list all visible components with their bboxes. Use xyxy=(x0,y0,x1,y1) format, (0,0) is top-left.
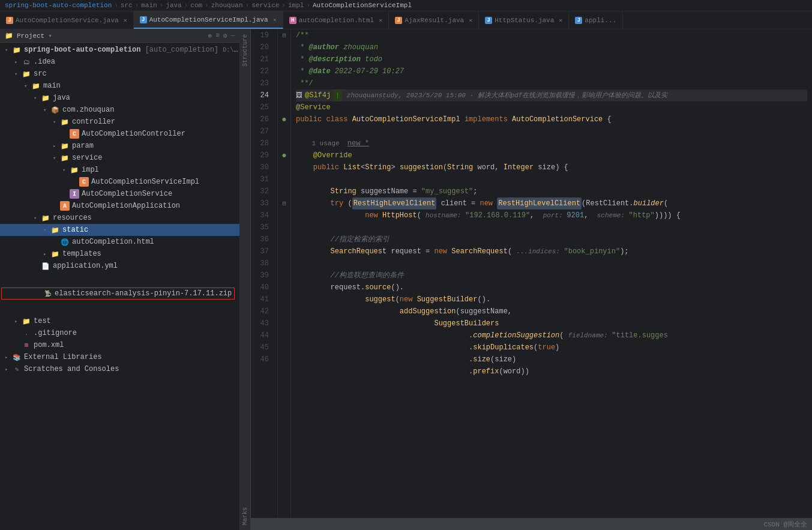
tab-label: appli... xyxy=(585,17,616,24)
code-gutter: ⊟ ● ● xyxy=(278,29,291,518)
tree-src[interactable]: ▾ 📁 src xyxy=(0,68,239,80)
tab-close-icon[interactable]: ✕ xyxy=(379,17,382,24)
project-icon: 📁 xyxy=(5,32,13,40)
tree-application-yml[interactable]: 📄 application.yml xyxy=(0,260,239,272)
xml-icon: m xyxy=(22,340,31,350)
tree-com-zhouquan[interactable]: ▾ 📦 com.zhouquan xyxy=(0,104,239,116)
implement-icon[interactable]: ● xyxy=(281,151,286,160)
tab-close-icon[interactable]: ✕ xyxy=(559,17,562,24)
code-line-22: * @date 2022-07-29 10:27 xyxy=(296,65,807,77)
tab-label: AutoCompletionService.java xyxy=(16,17,119,24)
minimize-icon[interactable]: — xyxy=(230,32,235,40)
java-icon: J xyxy=(140,16,147,23)
breadcrumb-project[interactable]: spring-boot-auto-completion xyxy=(5,2,112,9)
tree-impl[interactable]: ▾ 📁 impl xyxy=(0,164,239,176)
folder-icon: 📁 xyxy=(50,225,60,235)
code-line-45: .size(size) xyxy=(296,354,807,366)
breadcrumb-bar: spring-boot-auto-completion › src › main… xyxy=(0,0,812,11)
tree-service[interactable]: ▾ 📁 service xyxy=(0,152,239,164)
tree-static[interactable]: ▾ 📁 static xyxy=(0,224,239,236)
scratches-icon: ✎ xyxy=(12,364,22,374)
bottom-bar: CSDN @周全全 xyxy=(251,518,812,530)
implement-icon[interactable]: ● xyxy=(281,115,286,124)
code-line-27 xyxy=(296,125,807,137)
fold-icon[interactable]: ⊟ xyxy=(282,200,286,207)
main-area: 📁 Project ▾ ⊕ ≡ ⚙ — ▾ 📁 spring-boot-auto… xyxy=(0,29,812,530)
code-line-43: .completionSuggestion( fieldname: "title… xyxy=(296,330,807,342)
tab-appli[interactable]: J appli... xyxy=(569,11,623,29)
tab-label: AutoCompletionServiceImpl.java xyxy=(149,16,268,23)
java-icon: J xyxy=(485,17,492,24)
tree-autocompletioncontroller[interactable]: C AutoCompletionController xyxy=(0,128,239,140)
settings-icon[interactable]: ⚙ xyxy=(223,32,227,40)
html-file-icon: 🌐 xyxy=(60,237,70,247)
commit-popup-text: zhouquanstudy, 2023/5/20 15:00 · 解决大体积pd… xyxy=(347,89,668,101)
code-line-24: 🖼 @Slf4j | zhouquanstudy, 2023/5/20 15:0… xyxy=(296,89,807,101)
tab-bar: J AutoCompletionService.java ✕ J AutoCom… xyxy=(0,11,812,29)
code-line-23: **/ xyxy=(296,77,807,89)
yaml-icon: 📄 xyxy=(41,261,50,271)
tree-test[interactable]: ▸ 📁 test xyxy=(0,315,239,327)
code-line-46: .prefix(word)) xyxy=(296,366,807,378)
tree-templates[interactable]: ▸ 📁 templates xyxy=(0,248,239,260)
java-icon: J xyxy=(395,17,402,24)
code-line-26: public class AutoCompletionServiceImpl i… xyxy=(296,113,807,125)
code-line-28b: @Override xyxy=(296,149,807,161)
java-class-icon: C xyxy=(79,177,89,187)
code-line-20: * @author zhouquan xyxy=(296,41,807,53)
code-line-19: /** xyxy=(296,29,807,41)
tree-external-libraries[interactable]: ▸ 📚 External Libraries xyxy=(0,351,239,363)
tree-scratches[interactable]: ▸ ✎ Scratches and Consoles xyxy=(0,363,239,375)
tree-controller[interactable]: ▾ 📁 controller xyxy=(0,116,239,128)
project-tree: ▾ 📁 spring-boot-auto-completion [auto_co… xyxy=(0,43,239,530)
zip-filename: elasticsearch-analysis-pinyin-7.17.11.zi… xyxy=(55,289,232,298)
code-line-25: @Service xyxy=(296,101,807,113)
folder-icon: 📦 xyxy=(50,105,60,115)
tree-param[interactable]: ▸ 📁 param xyxy=(0,140,239,152)
java-icon: J xyxy=(575,17,582,24)
folder-icon: 🗂 xyxy=(22,57,31,67)
code-line-21: * @description todo xyxy=(296,53,807,65)
line-numbers: 19 20 21 22 23 24 25 26 27 28 29 30 31 3… xyxy=(251,29,278,518)
code-line-29: public List<String> suggestion(String wo… xyxy=(296,161,807,173)
code-line-31: String suggestName = "my_suggest"; xyxy=(296,185,807,197)
tab-close-icon[interactable]: ✕ xyxy=(124,17,127,24)
tree-zip-row: 🗜 elasticsearch-analysis-pinyin-7.17.11.… xyxy=(0,272,239,315)
marks-tab[interactable]: Marks xyxy=(240,502,250,530)
tab-autocompletionservice[interactable]: J AutoCompletionService.java ✕ xyxy=(0,11,134,29)
tab-close-icon[interactable]: ✕ xyxy=(273,16,277,23)
collapse-icon[interactable]: ≡ xyxy=(215,32,220,40)
tab-ajaxresult[interactable]: J AjaxResult.java ✕ xyxy=(389,11,479,29)
git-icon: . xyxy=(22,328,31,338)
folder-icon: 📁 xyxy=(22,69,31,79)
folder-icon: 📁 xyxy=(31,81,41,91)
tree-java[interactable]: ▾ 📁 java xyxy=(0,92,239,104)
java-class-icon: A xyxy=(60,201,70,211)
tab-autocompletion-html[interactable]: H autoCompletion.html ✕ xyxy=(283,11,389,29)
tree-idea[interactable]: ▸ 🗂 .idea xyxy=(0,56,239,68)
tab-close-icon[interactable]: ✕ xyxy=(469,17,472,24)
code-editor[interactable]: /** * @author zhouquan * @description to… xyxy=(291,29,812,518)
code-line-35: //指定检索的索引 xyxy=(296,233,807,245)
tree-pinyin-zip[interactable]: 🗜 elasticsearch-analysis-pinyin-7.17.11.… xyxy=(1,288,235,300)
tab-autocompletionserviceimpl[interactable]: J AutoCompletionServiceImpl.java ✕ xyxy=(134,11,283,29)
code-view: 19 20 21 22 23 24 25 26 27 28 29 30 31 3… xyxy=(251,29,812,518)
csdn-watermark: CSDN @周全全 xyxy=(763,520,807,529)
sync-icon[interactable]: ⊕ xyxy=(208,32,212,40)
code-line-30 xyxy=(296,173,807,185)
tree-main[interactable]: ▾ 📁 main xyxy=(0,80,239,92)
tree-resources[interactable]: ▾ 📁 resources xyxy=(0,212,239,224)
tree-autocompletionserviceimpl[interactable]: C AutoCompletionServiceImpl xyxy=(0,176,239,188)
tree-gitignore[interactable]: . .gitignore xyxy=(0,327,239,339)
structure-tab[interactable]: Structure xyxy=(240,29,250,71)
folder-icon: 📁 xyxy=(60,153,70,163)
tree-root[interactable]: ▾ 📁 spring-boot-auto-completion [auto_co… xyxy=(0,44,239,56)
tree-autocompletionapplication[interactable]: A AutoCompletionApplication xyxy=(0,200,239,212)
tab-httpstatus[interactable]: J HttpStatus.java ✕ xyxy=(479,11,569,29)
tree-pom-xml[interactable]: m pom.xml xyxy=(0,339,239,351)
fold-icon[interactable]: ⊟ xyxy=(282,32,286,39)
code-line-28: 1 usage new * xyxy=(296,137,807,149)
html-icon: H xyxy=(289,17,296,24)
tree-autocompletion-html[interactable]: 🌐 autoCompletion.html xyxy=(0,236,239,248)
tree-autocompletionservice[interactable]: I AutoCompletionService xyxy=(0,188,239,200)
